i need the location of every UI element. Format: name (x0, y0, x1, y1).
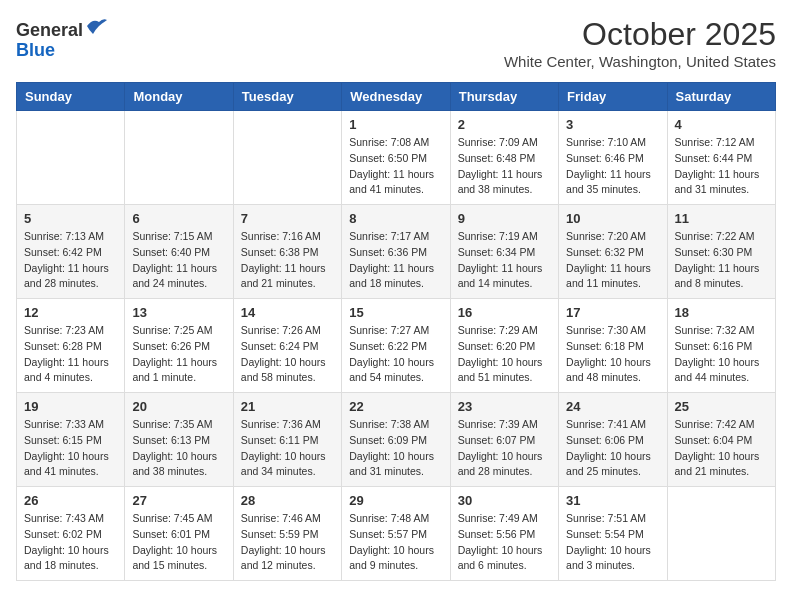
day-info: Sunrise: 7:36 AM Sunset: 6:11 PM Dayligh… (241, 417, 334, 480)
calendar-cell: 25Sunrise: 7:42 AM Sunset: 6:04 PM Dayli… (667, 393, 775, 487)
day-number: 15 (349, 305, 442, 320)
calendar-cell: 15Sunrise: 7:27 AM Sunset: 6:22 PM Dayli… (342, 299, 450, 393)
calendar-cell (233, 111, 341, 205)
calendar-cell: 27Sunrise: 7:45 AM Sunset: 6:01 PM Dayli… (125, 487, 233, 581)
day-info: Sunrise: 7:32 AM Sunset: 6:16 PM Dayligh… (675, 323, 768, 386)
day-number: 30 (458, 493, 551, 508)
day-info: Sunrise: 7:20 AM Sunset: 6:32 PM Dayligh… (566, 229, 659, 292)
calendar-cell: 13Sunrise: 7:25 AM Sunset: 6:26 PM Dayli… (125, 299, 233, 393)
col-header-saturday: Saturday (667, 83, 775, 111)
day-number: 17 (566, 305, 659, 320)
day-number: 5 (24, 211, 117, 226)
day-number: 16 (458, 305, 551, 320)
calendar-cell: 22Sunrise: 7:38 AM Sunset: 6:09 PM Dayli… (342, 393, 450, 487)
col-header-wednesday: Wednesday (342, 83, 450, 111)
calendar-cell: 16Sunrise: 7:29 AM Sunset: 6:20 PM Dayli… (450, 299, 558, 393)
calendar-cell: 3Sunrise: 7:10 AM Sunset: 6:46 PM Daylig… (559, 111, 667, 205)
calendar-cell (667, 487, 775, 581)
calendar-table: SundayMondayTuesdayWednesdayThursdayFrid… (16, 82, 776, 581)
calendar-cell: 12Sunrise: 7:23 AM Sunset: 6:28 PM Dayli… (17, 299, 125, 393)
day-number: 21 (241, 399, 334, 414)
day-number: 2 (458, 117, 551, 132)
logo-bird-icon (85, 16, 109, 36)
day-number: 22 (349, 399, 442, 414)
day-number: 14 (241, 305, 334, 320)
day-info: Sunrise: 7:43 AM Sunset: 6:02 PM Dayligh… (24, 511, 117, 574)
day-number: 10 (566, 211, 659, 226)
day-info: Sunrise: 7:27 AM Sunset: 6:22 PM Dayligh… (349, 323, 442, 386)
day-number: 23 (458, 399, 551, 414)
calendar-cell (125, 111, 233, 205)
day-info: Sunrise: 7:42 AM Sunset: 6:04 PM Dayligh… (675, 417, 768, 480)
col-header-friday: Friday (559, 83, 667, 111)
day-number: 3 (566, 117, 659, 132)
day-info: Sunrise: 7:26 AM Sunset: 6:24 PM Dayligh… (241, 323, 334, 386)
day-info: Sunrise: 7:19 AM Sunset: 6:34 PM Dayligh… (458, 229, 551, 292)
calendar-cell: 1Sunrise: 7:08 AM Sunset: 6:50 PM Daylig… (342, 111, 450, 205)
calendar-cell: 2Sunrise: 7:09 AM Sunset: 6:48 PM Daylig… (450, 111, 558, 205)
day-info: Sunrise: 7:23 AM Sunset: 6:28 PM Dayligh… (24, 323, 117, 386)
day-number: 26 (24, 493, 117, 508)
calendar-cell: 20Sunrise: 7:35 AM Sunset: 6:13 PM Dayli… (125, 393, 233, 487)
day-number: 20 (132, 399, 225, 414)
day-info: Sunrise: 7:39 AM Sunset: 6:07 PM Dayligh… (458, 417, 551, 480)
day-info: Sunrise: 7:12 AM Sunset: 6:44 PM Dayligh… (675, 135, 768, 198)
logo-general: General (16, 20, 83, 40)
calendar-cell: 31Sunrise: 7:51 AM Sunset: 5:54 PM Dayli… (559, 487, 667, 581)
col-header-sunday: Sunday (17, 83, 125, 111)
day-number: 24 (566, 399, 659, 414)
logo-blue: Blue (16, 40, 55, 60)
calendar-cell: 29Sunrise: 7:48 AM Sunset: 5:57 PM Dayli… (342, 487, 450, 581)
day-info: Sunrise: 7:10 AM Sunset: 6:46 PM Dayligh… (566, 135, 659, 198)
day-info: Sunrise: 7:49 AM Sunset: 5:56 PM Dayligh… (458, 511, 551, 574)
month-title: October 2025 (504, 16, 776, 53)
day-info: Sunrise: 7:16 AM Sunset: 6:38 PM Dayligh… (241, 229, 334, 292)
calendar-cell: 6Sunrise: 7:15 AM Sunset: 6:40 PM Daylig… (125, 205, 233, 299)
calendar-cell: 19Sunrise: 7:33 AM Sunset: 6:15 PM Dayli… (17, 393, 125, 487)
day-info: Sunrise: 7:45 AM Sunset: 6:01 PM Dayligh… (132, 511, 225, 574)
day-number: 8 (349, 211, 442, 226)
calendar-cell: 9Sunrise: 7:19 AM Sunset: 6:34 PM Daylig… (450, 205, 558, 299)
day-number: 12 (24, 305, 117, 320)
day-info: Sunrise: 7:41 AM Sunset: 6:06 PM Dayligh… (566, 417, 659, 480)
title-block: October 2025 White Center, Washington, U… (504, 16, 776, 70)
day-number: 4 (675, 117, 768, 132)
calendar-cell: 5Sunrise: 7:13 AM Sunset: 6:42 PM Daylig… (17, 205, 125, 299)
calendar-week-row: 26Sunrise: 7:43 AM Sunset: 6:02 PM Dayli… (17, 487, 776, 581)
logo: General Blue (16, 16, 109, 61)
day-number: 25 (675, 399, 768, 414)
day-info: Sunrise: 7:35 AM Sunset: 6:13 PM Dayligh… (132, 417, 225, 480)
day-info: Sunrise: 7:25 AM Sunset: 6:26 PM Dayligh… (132, 323, 225, 386)
day-number: 9 (458, 211, 551, 226)
day-info: Sunrise: 7:09 AM Sunset: 6:48 PM Dayligh… (458, 135, 551, 198)
day-number: 19 (24, 399, 117, 414)
day-info: Sunrise: 7:13 AM Sunset: 6:42 PM Dayligh… (24, 229, 117, 292)
col-header-thursday: Thursday (450, 83, 558, 111)
calendar-cell: 23Sunrise: 7:39 AM Sunset: 6:07 PM Dayli… (450, 393, 558, 487)
day-number: 7 (241, 211, 334, 226)
day-info: Sunrise: 7:22 AM Sunset: 6:30 PM Dayligh… (675, 229, 768, 292)
calendar-week-row: 12Sunrise: 7:23 AM Sunset: 6:28 PM Dayli… (17, 299, 776, 393)
day-number: 27 (132, 493, 225, 508)
day-info: Sunrise: 7:08 AM Sunset: 6:50 PM Dayligh… (349, 135, 442, 198)
day-number: 6 (132, 211, 225, 226)
col-header-monday: Monday (125, 83, 233, 111)
calendar-header-row: SundayMondayTuesdayWednesdayThursdayFrid… (17, 83, 776, 111)
day-info: Sunrise: 7:38 AM Sunset: 6:09 PM Dayligh… (349, 417, 442, 480)
calendar-cell: 17Sunrise: 7:30 AM Sunset: 6:18 PM Dayli… (559, 299, 667, 393)
calendar-cell: 26Sunrise: 7:43 AM Sunset: 6:02 PM Dayli… (17, 487, 125, 581)
day-number: 13 (132, 305, 225, 320)
day-info: Sunrise: 7:51 AM Sunset: 5:54 PM Dayligh… (566, 511, 659, 574)
day-number: 11 (675, 211, 768, 226)
calendar-cell (17, 111, 125, 205)
location-title: White Center, Washington, United States (504, 53, 776, 70)
page-header: General Blue October 2025 White Center, … (16, 16, 776, 70)
day-info: Sunrise: 7:30 AM Sunset: 6:18 PM Dayligh… (566, 323, 659, 386)
calendar-week-row: 1Sunrise: 7:08 AM Sunset: 6:50 PM Daylig… (17, 111, 776, 205)
calendar-cell: 4Sunrise: 7:12 AM Sunset: 6:44 PM Daylig… (667, 111, 775, 205)
day-info: Sunrise: 7:33 AM Sunset: 6:15 PM Dayligh… (24, 417, 117, 480)
day-number: 1 (349, 117, 442, 132)
calendar-cell: 21Sunrise: 7:36 AM Sunset: 6:11 PM Dayli… (233, 393, 341, 487)
day-number: 31 (566, 493, 659, 508)
calendar-week-row: 5Sunrise: 7:13 AM Sunset: 6:42 PM Daylig… (17, 205, 776, 299)
